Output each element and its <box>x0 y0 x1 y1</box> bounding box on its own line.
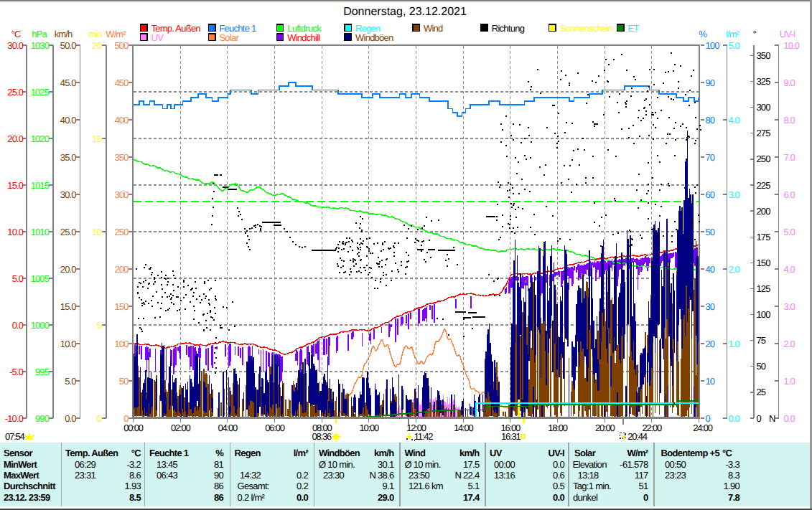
svg-text:51: 51 <box>638 481 648 491</box>
svg-text:5: 5 <box>97 320 102 331</box>
svg-text:dunkel: dunkel <box>573 492 598 503</box>
svg-text:30: 30 <box>706 301 715 312</box>
svg-text:50.0: 50.0 <box>60 40 76 51</box>
svg-text:10.0: 10.0 <box>784 40 800 51</box>
svg-text:0: 0 <box>757 413 762 424</box>
svg-text:0.5: 0.5 <box>553 481 564 491</box>
svg-text:4.0: 4.0 <box>729 115 740 126</box>
svg-text:Temp. Außen: Temp. Außen <box>65 448 118 458</box>
svg-text:150: 150 <box>115 301 129 312</box>
svg-text:50: 50 <box>757 361 766 372</box>
svg-text:70: 70 <box>706 152 715 163</box>
svg-text:2.0: 2.0 <box>729 264 740 275</box>
svg-text:175: 175 <box>757 232 771 242</box>
svg-text:l/m²: l/m² <box>726 29 740 39</box>
svg-text:-61.578: -61.578 <box>620 459 648 470</box>
svg-text:-3.3: -3.3 <box>725 459 739 470</box>
svg-text:3.0: 3.0 <box>784 301 795 312</box>
svg-text:20.0: 20.0 <box>60 264 76 275</box>
svg-text:UV-I: UV-I <box>549 448 565 458</box>
svg-text:Ø 10 min.: Ø 10 min. <box>319 459 355 470</box>
svg-text:1010: 1010 <box>31 227 50 237</box>
svg-text:2.0: 2.0 <box>784 339 795 349</box>
svg-text:km/h: km/h <box>459 448 480 458</box>
svg-text:km/h: km/h <box>374 448 394 458</box>
svg-text:225: 225 <box>757 180 771 191</box>
svg-text:20: 20 <box>706 339 715 349</box>
svg-text:10:00: 10:00 <box>360 422 380 433</box>
svg-text:300: 300 <box>757 102 771 113</box>
svg-text:20:44: 20:44 <box>627 431 648 442</box>
svg-text:0.0: 0.0 <box>553 459 564 470</box>
svg-text:24:00: 24:00 <box>693 422 713 433</box>
svg-text:8.0: 8.0 <box>784 115 795 126</box>
svg-text:17.4: 17.4 <box>463 492 480 503</box>
svg-text:Windböen: Windböen <box>319 448 360 458</box>
svg-text:5.0: 5.0 <box>729 40 740 51</box>
svg-text:Windchill: Windchill <box>287 32 320 43</box>
svg-text:35.0: 35.0 <box>60 152 76 163</box>
svg-text:20.0: 20.0 <box>7 133 23 144</box>
svg-text:23:31: 23:31 <box>75 470 96 481</box>
svg-text:10.0: 10.0 <box>7 227 23 237</box>
svg-text:11:42: 11:42 <box>414 431 434 442</box>
svg-text:0.2: 0.2 <box>297 470 308 481</box>
svg-text:8.6: 8.6 <box>129 470 141 481</box>
svg-text:°C: °C <box>722 448 732 458</box>
svg-text:Durchschnitt: Durchschnitt <box>4 481 56 491</box>
svg-text:40: 40 <box>706 264 715 275</box>
svg-text:UV-I: UV-I <box>780 29 795 39</box>
svg-text:°C: °C <box>11 29 21 39</box>
svg-text:N 38.6: N 38.6 <box>369 470 394 481</box>
svg-text:1030: 1030 <box>31 40 50 51</box>
svg-text:4.0: 4.0 <box>784 264 795 275</box>
svg-text:5.0: 5.0 <box>65 376 76 387</box>
svg-text:0.0: 0.0 <box>784 413 795 424</box>
svg-text:1.90: 1.90 <box>723 481 739 491</box>
svg-text:500: 500 <box>115 40 129 51</box>
svg-text:995: 995 <box>35 367 50 377</box>
svg-text:25: 25 <box>757 387 766 397</box>
svg-text:275: 275 <box>757 128 771 138</box>
svg-text:350: 350 <box>757 50 771 61</box>
svg-text:Donnerstag, 23.12.2021: Donnerstag, 23.12.2021 <box>343 6 467 18</box>
svg-text:0.0: 0.0 <box>729 413 740 424</box>
svg-text:hPa: hPa <box>32 29 47 39</box>
svg-text:Solar: Solar <box>574 448 596 458</box>
svg-text:350: 350 <box>115 152 129 163</box>
svg-text:1015: 1015 <box>31 180 50 191</box>
svg-text:Feuchte 1: Feuchte 1 <box>149 448 189 458</box>
svg-text:325: 325 <box>757 76 771 87</box>
svg-text:14:32: 14:32 <box>240 470 261 481</box>
svg-text:200: 200 <box>757 206 771 217</box>
svg-text:17.5: 17.5 <box>463 459 480 470</box>
svg-text:250: 250 <box>115 227 129 237</box>
svg-text:1005: 1005 <box>31 273 50 284</box>
svg-text:50: 50 <box>119 376 129 387</box>
svg-text:1000: 1000 <box>31 320 50 331</box>
svg-text:29.0: 29.0 <box>378 492 394 503</box>
svg-text:30.0: 30.0 <box>60 189 76 200</box>
svg-text:400: 400 <box>115 115 129 126</box>
svg-text:Sensor: Sensor <box>4 448 33 458</box>
svg-text:l/m²: l/m² <box>294 448 309 458</box>
svg-text:10.0: 10.0 <box>60 339 76 349</box>
svg-text:06:29: 06:29 <box>75 459 96 470</box>
svg-text:60: 60 <box>706 189 715 200</box>
svg-text:5.1: 5.1 <box>468 481 480 491</box>
svg-text:N 22.4: N 22.4 <box>454 470 480 481</box>
svg-text:9.0: 9.0 <box>784 77 795 88</box>
svg-text:Richtung: Richtung <box>492 23 525 34</box>
svg-text:Ø 10 min.: Ø 10 min. <box>405 459 441 470</box>
svg-text:8.5: 8.5 <box>129 492 141 503</box>
svg-text:km/h: km/h <box>55 29 73 39</box>
svg-text:1.93: 1.93 <box>124 481 141 491</box>
svg-text:25.0: 25.0 <box>7 87 23 98</box>
svg-text:00:50: 00:50 <box>665 459 686 470</box>
svg-text:23:30: 23:30 <box>323 470 345 481</box>
svg-text:990: 990 <box>35 413 50 424</box>
svg-text:0.6: 0.6 <box>553 470 564 481</box>
svg-text:06:43: 06:43 <box>157 470 178 481</box>
svg-text:20: 20 <box>92 40 101 51</box>
svg-text:N: N <box>769 413 775 424</box>
